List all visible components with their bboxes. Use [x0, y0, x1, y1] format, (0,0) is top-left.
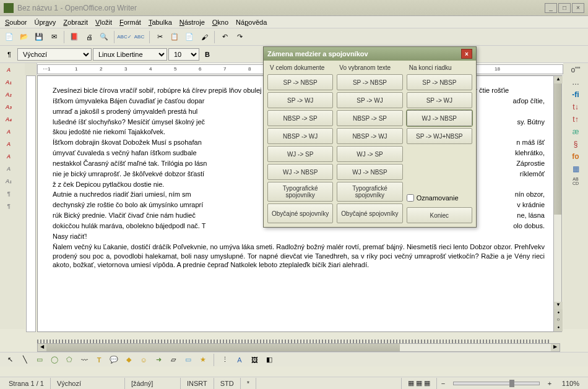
- style-aa6-icon[interactable]: A: [2, 126, 15, 137]
- status-modified[interactable]: *: [241, 378, 256, 389]
- arrow-shape-icon[interactable]: ➜: [152, 354, 165, 366]
- menu-window[interactable]: Okno: [212, 19, 228, 26]
- scroll-thumb-v[interactable]: [554, 83, 561, 215]
- open-icon[interactable]: 📂: [17, 30, 31, 44]
- scroll-down-icon[interactable]: ▼: [554, 302, 563, 309]
- sel-wj-nbsp-button[interactable]: WJ -> NBSP: [337, 164, 402, 180]
- style-aa5-icon[interactable]: A₄: [2, 114, 15, 125]
- doc-wj-nbsp-button[interactable]: WJ -> NBSP: [267, 164, 333, 180]
- vertical-scrollbar[interactable]: ▲ ▼ ⬥ ○ ⬥: [553, 75, 562, 332]
- oznamovanie-input[interactable]: [407, 194, 414, 202]
- copy-icon[interactable]: 📋: [168, 30, 181, 44]
- style-aa7-icon[interactable]: A: [2, 139, 15, 150]
- status-page[interactable]: Strana 1 / 1: [2, 378, 51, 389]
- style-aa9-icon[interactable]: A: [2, 163, 15, 174]
- abcd-icon[interactable]: ABCD: [569, 177, 582, 187]
- doc-nbsp-wj-button[interactable]: NBSP -> WJ: [267, 128, 333, 144]
- extrude-icon[interactable]: ◧: [263, 354, 275, 366]
- sel-wj-sp-button[interactable]: WJ -> SP: [337, 146, 402, 162]
- minimize-button[interactable]: _: [545, 3, 557, 13]
- dialog-titlebar[interactable]: Zámena medzier a spojovníkov ×: [264, 47, 476, 61]
- doc-sp-nbsp-button[interactable]: SP -> NBSP: [267, 74, 333, 90]
- format2-icon[interactable]: t↑: [569, 115, 582, 125]
- style-aa8-icon[interactable]: A: [2, 151, 15, 162]
- print-icon[interactable]: 🖨: [82, 30, 96, 44]
- format-paint-icon[interactable]: 🖌: [197, 30, 211, 44]
- fo-icon[interactable]: fo: [569, 152, 582, 162]
- star-icon[interactable]: ★: [197, 354, 209, 366]
- nav-prev-icon[interactable]: ⬥: [554, 309, 563, 317]
- style-aa11-icon[interactable]: ¶: [2, 188, 15, 199]
- callout-icon[interactable]: 💬: [108, 354, 120, 366]
- dialog-close-icon[interactable]: ×: [461, 49, 472, 59]
- sel-obyc-button[interactable]: Obyčajné spojovníky: [337, 203, 402, 223]
- koniec-button[interactable]: Koniec: [407, 207, 472, 223]
- curve-icon[interactable]: 〰: [78, 354, 90, 366]
- oznamovanie-checkbox[interactable]: Oznamovanie: [407, 194, 472, 202]
- redo-icon[interactable]: ↷: [233, 30, 246, 44]
- menu-format[interactable]: Formát: [119, 19, 141, 26]
- eol-wj-nbsp-button[interactable]: WJ -> NBSP: [407, 110, 472, 126]
- doc-obyc-button[interactable]: Obyčajné spojovníky: [267, 203, 333, 223]
- menu-tools[interactable]: Nástroje: [179, 19, 205, 26]
- horizontal-scrollbar[interactable]: ◀ ▶: [37, 343, 560, 352]
- style-aa1-icon[interactable]: A: [2, 64, 15, 75]
- zoom-thumb[interactable]: [509, 380, 514, 387]
- quote-icon[interactable]: o"": [569, 66, 582, 75]
- zoom-in-icon[interactable]: +: [543, 377, 556, 390]
- paragraph-style-select[interactable]: Výchozí: [17, 48, 92, 61]
- points-icon[interactable]: ⋮: [218, 354, 231, 366]
- line-icon[interactable]: ╲: [19, 354, 31, 366]
- cut-icon[interactable]: ✂: [153, 30, 166, 44]
- sel-typo-button[interactable]: Typografické spojovníky: [337, 182, 402, 202]
- menu-view[interactable]: Zobrazit: [63, 19, 88, 26]
- menu-file[interactable]: Soubor: [5, 19, 27, 26]
- style-aa2-icon[interactable]: A₁: [2, 77, 15, 88]
- close-button[interactable]: ×: [572, 3, 584, 13]
- section-icon[interactable]: §: [569, 140, 582, 150]
- style-aa4-icon[interactable]: A₃: [2, 101, 15, 113]
- paste-icon[interactable]: 📄: [183, 30, 196, 44]
- eol-sp-wjnbsp-button[interactable]: SP -> WJ+NBSP: [407, 128, 472, 144]
- text-icon[interactable]: T: [93, 354, 105, 366]
- smiley-icon[interactable]: ☺: [137, 354, 150, 366]
- scroll-up-icon[interactable]: ▲: [554, 76, 563, 83]
- eol-sp-wj-button[interactable]: SP -> WJ: [407, 92, 472, 108]
- style-aa10-icon[interactable]: A₁: [2, 176, 15, 187]
- maximize-button[interactable]: □: [558, 3, 571, 13]
- status-style[interactable]: Výchozí: [51, 378, 125, 389]
- fontwork-icon[interactable]: A: [233, 354, 246, 366]
- sel-nbsp-wj-button[interactable]: NBSP -> WJ: [337, 128, 402, 144]
- save-icon[interactable]: 💾: [32, 30, 46, 44]
- vertical-ruler[interactable]: [26, 75, 36, 332]
- font-name-select[interactable]: Linux Libertine: [93, 48, 167, 61]
- zoom-slider[interactable]: [453, 382, 540, 385]
- bold-icon[interactable]: B: [201, 48, 214, 61]
- nav-next-icon[interactable]: ⬥: [554, 324, 563, 331]
- ae-icon[interactable]: æ: [569, 127, 582, 137]
- rect-icon[interactable]: ▭: [33, 354, 46, 366]
- style-aa12-icon[interactable]: ¶: [2, 200, 15, 212]
- scroll-right-icon[interactable]: ▶: [551, 344, 560, 351]
- sel-sp-wj-button[interactable]: SP -> WJ: [337, 92, 402, 108]
- autospell-icon[interactable]: ABC: [132, 30, 146, 44]
- styles-icon[interactable]: ¶: [2, 48, 16, 61]
- doc-sp-wj-button[interactable]: SP -> WJ: [267, 92, 333, 108]
- menu-help[interactable]: Nápověda: [236, 19, 267, 26]
- status-view-icons[interactable]: ▦ ▦ ▦: [402, 378, 437, 389]
- scroll-thumb-h[interactable]: [46, 344, 400, 351]
- font-size-select[interactable]: 10: [168, 48, 199, 61]
- doc-wj-sp-button[interactable]: WJ -> SP: [267, 146, 333, 162]
- menu-table[interactable]: Tabulka: [149, 19, 172, 26]
- table-icon[interactable]: ▦: [569, 165, 582, 174]
- nav-circle-icon[interactable]: ○: [554, 317, 563, 324]
- status-zoom[interactable]: 110%: [556, 378, 586, 389]
- doc-nbsp-sp-button[interactable]: NBSP -> SP: [267, 110, 333, 126]
- polygon-icon[interactable]: ⬠: [63, 354, 76, 366]
- image-icon[interactable]: 🖼: [248, 354, 261, 366]
- preview-icon[interactable]: 🔍: [97, 30, 111, 44]
- spellcheck-icon[interactable]: ABC✓: [118, 30, 131, 44]
- status-lang[interactable]: [žádný]: [125, 378, 181, 389]
- pointer-icon[interactable]: ↖: [4, 354, 16, 366]
- ellipse-icon[interactable]: ◯: [48, 354, 61, 366]
